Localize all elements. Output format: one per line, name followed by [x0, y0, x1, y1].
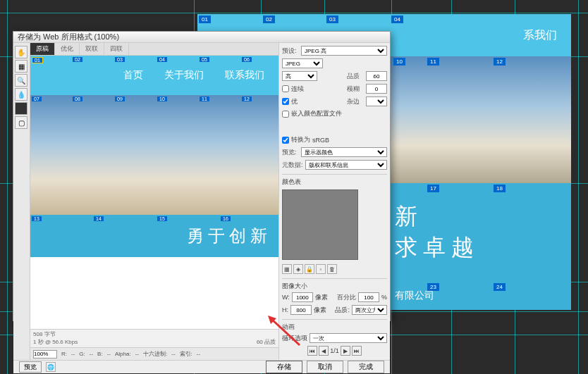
preset-select[interactable]: JPEG 高	[301, 46, 387, 56]
loop-select[interactable]: 一次	[310, 333, 387, 343]
dialog-titlebar[interactable]: 存储为 Web 所用格式 (100%)	[13, 32, 390, 43]
pv-nav-about: 关于我们	[164, 69, 204, 82]
tab-2up[interactable]: 双联	[80, 43, 104, 55]
pv-slice[interactable]: 06	[242, 57, 252, 62]
tab-4up[interactable]: 四联	[104, 43, 129, 55]
preview-status-bar: R:-- G:-- B:-- Alpha:-- 十六进制:-- 索引:--	[30, 347, 278, 360]
height-input[interactable]	[290, 305, 312, 315]
color-table-preview	[282, 189, 358, 260]
matte-label: 杂边	[347, 97, 364, 106]
pv-sky	[30, 95, 278, 215]
cancel-button[interactable]: 取消	[307, 361, 343, 373]
pv-slice[interactable]: 13	[32, 216, 42, 221]
w-label: W:	[282, 294, 290, 301]
anim-first-icon[interactable]: ⏮	[307, 346, 317, 356]
tab-optimized[interactable]: 优化	[55, 43, 80, 55]
hand-tool[interactable]: ✋	[15, 46, 27, 58]
quality-input[interactable]	[366, 71, 387, 81]
quality-num-label: 品质	[347, 72, 364, 81]
preview-button[interactable]: 预览	[19, 361, 42, 373]
pv-slice[interactable]: 03	[115, 57, 125, 62]
pv-slice[interactable]: 08	[73, 96, 82, 101]
info-speed: 1 秒 @ 56.6 Kbps	[33, 338, 78, 346]
metadata-select[interactable]: 版权和联系信息	[305, 160, 387, 170]
info-size: 508 字节	[33, 330, 78, 338]
g-label: G:	[79, 351, 85, 357]
bg-nav-contact-partial: 系我们	[523, 28, 557, 43]
blur-label: 模糊	[347, 85, 364, 94]
resample-select[interactable]: 两次立方	[352, 305, 387, 315]
preview-tabs: 原稿 优化 双联 四联	[30, 43, 278, 56]
embed-color-check[interactable]	[282, 111, 289, 118]
pv-slice[interactable]: 09	[115, 96, 125, 101]
slice-select-tool[interactable]: ▦	[15, 60, 27, 73]
pv-slice[interactable]: 07	[32, 96, 42, 101]
slice-visibility-tool[interactable]: ▢	[15, 116, 27, 129]
imagesize-label: 图像大小	[282, 282, 387, 291]
dialog-footer: 预览 🌐 存储 取消 完成	[13, 360, 390, 373]
pv-slice[interactable]: 14	[94, 216, 104, 221]
slice-marker: 03	[326, 15, 338, 23]
slice-marker: 02	[263, 15, 275, 23]
format-select[interactable]: JPEG	[282, 58, 323, 68]
pv-nav-home: 首页	[123, 69, 143, 82]
colortable-icon[interactable]: ▦	[282, 264, 292, 274]
preview-label: 预览:	[282, 148, 299, 157]
b-label: B:	[97, 351, 103, 357]
pv-slice[interactable]: 11	[200, 96, 209, 101]
quality-select[interactable]: 高	[282, 71, 317, 81]
slice-marker: 11	[427, 58, 439, 66]
optimized-label: 优	[291, 97, 298, 106]
zoom-tool[interactable]: 🔍	[15, 74, 27, 87]
save-for-web-dialog: 存储为 Web 所用格式 (100%) ✋ ▦ 🔍 💧 ▢ 原稿 优化 双联 四…	[13, 31, 391, 321]
pv-slice[interactable]: 04	[157, 57, 167, 62]
colortable-icon[interactable]: ◈	[293, 264, 303, 274]
slice-marker: 04	[391, 15, 403, 23]
dialog-title: 存储为 Web 所用格式 (100%)	[18, 32, 119, 42]
pv-slice[interactable]: 16	[221, 216, 231, 221]
percent-input[interactable]	[358, 292, 379, 302]
width-input[interactable]	[292, 292, 313, 302]
h-label: H:	[282, 306, 288, 313]
bg-slogan-line1a: 新	[395, 201, 571, 232]
left-toolbar: ✋ ▦ 🔍 💧 ▢	[13, 43, 30, 360]
pv-slice[interactable]: 02	[73, 57, 82, 62]
done-button[interactable]: 完成	[348, 361, 384, 373]
blur-input[interactable]	[366, 84, 387, 94]
pv-slice[interactable]: 12	[242, 96, 252, 101]
anim-next-icon[interactable]: ▶	[341, 346, 350, 356]
info-quality: 60 品质	[257, 338, 276, 346]
eyedropper-tool[interactable]: 💧	[15, 88, 27, 101]
index-label: 索引:	[180, 350, 192, 358]
pv-slice[interactable]: 10	[157, 96, 167, 101]
anim-last-icon[interactable]: ⏭	[352, 346, 362, 356]
anim-prev-icon[interactable]: ◀	[319, 346, 329, 356]
matte-select[interactable]	[366, 96, 387, 106]
save-button[interactable]: 存储	[266, 361, 302, 373]
pv-slice[interactable]: 05	[200, 57, 209, 62]
preview-mode-select[interactable]: 显示器颜色	[301, 147, 387, 157]
slice-marker: 17	[427, 185, 439, 192]
convert-label: 转换为	[291, 135, 310, 144]
slice-marker: 10	[393, 58, 405, 66]
optimized-check[interactable]	[282, 98, 289, 105]
preview-area: 原稿 优化 双联 四联 首页 关于我们 联系我们	[30, 43, 278, 360]
pv-slice[interactable]: 15	[157, 216, 167, 221]
zoom-input[interactable]	[33, 350, 57, 359]
pv-slice[interactable]: 01	[32, 57, 43, 63]
tab-original[interactable]: 原稿	[30, 43, 55, 55]
pv-nav-contact: 联系我们	[225, 69, 264, 82]
pv-slogan: 勇于创新	[30, 215, 278, 257]
alpha-label: Alpha:	[115, 351, 131, 357]
anim-frame-indicator: 1/1	[330, 347, 339, 354]
eyedropper-color[interactable]	[15, 102, 27, 115]
progressive-check[interactable]	[282, 85, 289, 92]
preview-canvas[interactable]: 首页 关于我们 联系我们	[30, 56, 278, 329]
preset-label: 预设:	[282, 46, 299, 56]
quality2-label: 品质:	[335, 306, 350, 315]
colortable-icon[interactable]: ▫	[316, 264, 326, 274]
colortable-icon[interactable]: 🔒	[305, 264, 314, 274]
browser-preview-icon[interactable]: 🌐	[46, 362, 56, 372]
convert-check[interactable]	[282, 137, 289, 144]
colortable-trash-icon[interactable]: 🗑	[327, 264, 337, 274]
